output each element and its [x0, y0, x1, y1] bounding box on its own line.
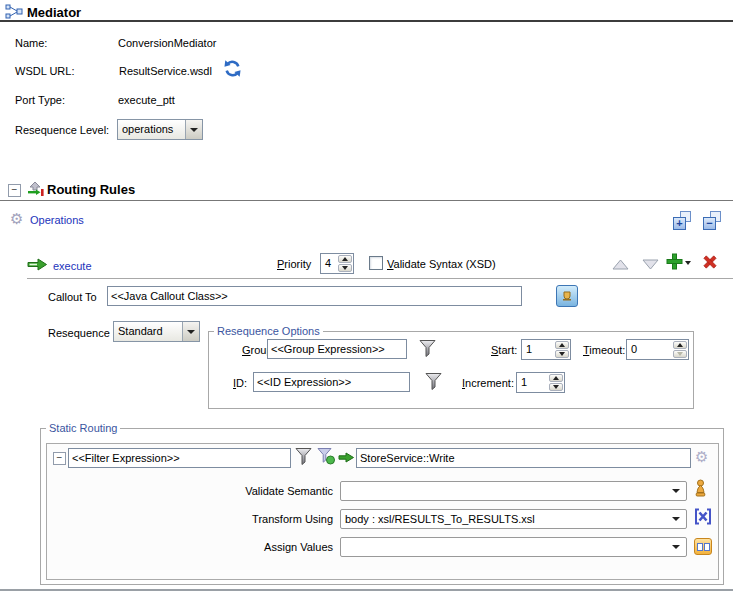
- id-filter-icon[interactable]: [425, 372, 442, 393]
- header-divider: [0, 20, 733, 22]
- priority-spinner[interactable]: 4: [320, 253, 354, 274]
- browse-java-class-button[interactable]: [556, 285, 578, 307]
- static-rule-collapse-box[interactable]: −: [53, 452, 66, 465]
- wsdl-url-label: WSDL URL:: [15, 65, 75, 77]
- priority-label: Priority: [277, 258, 311, 270]
- increment-spinner[interactable]: 1: [516, 372, 565, 393]
- spin-up-icon[interactable]: [338, 255, 352, 263]
- add-rule-caret-icon[interactable]: [685, 261, 691, 265]
- spin-down-icon[interactable]: [549, 383, 563, 391]
- rule-arrow-icon: [27, 258, 48, 273]
- assign-values-label: Assign Values: [200, 541, 333, 553]
- add-rule-icon[interactable]: [666, 253, 683, 272]
- chevron-down-icon: [672, 517, 680, 521]
- target-service-field[interactable]: StoreService::Write: [356, 448, 691, 468]
- window-bottom-edge: [0, 589, 733, 591]
- routing-rules-title: Routing Rules: [47, 182, 135, 197]
- routing-rules-divider: [0, 200, 733, 201]
- expand-all-button[interactable]: +: [673, 211, 691, 229]
- move-rule-up-icon[interactable]: [612, 259, 629, 272]
- callout-to-label: Callout To: [48, 291, 97, 303]
- port-type-label: Port Type:: [15, 94, 65, 106]
- validate-semantic-select[interactable]: [340, 481, 687, 501]
- spin-down-icon[interactable]: [555, 350, 569, 358]
- wsdl-url-value: ResultService.wsdl: [119, 65, 212, 77]
- java-cup-icon: [561, 290, 573, 302]
- routing-rules-icon: [26, 180, 45, 199]
- spin-up-icon[interactable]: [549, 374, 563, 382]
- start-spinner[interactable]: 1: [521, 339, 571, 360]
- timeout-spinner[interactable]: 0: [626, 339, 689, 360]
- delete-rule-icon[interactable]: [702, 254, 718, 272]
- spin-up-icon[interactable]: [673, 341, 687, 349]
- chevron-down-icon[interactable]: [185, 120, 202, 139]
- validate-syntax-checkbox[interactable]: [369, 256, 383, 270]
- filter-test-icon[interactable]: [317, 447, 336, 468]
- plus-icon: +: [673, 217, 686, 230]
- validate-syntax-label: Validate Syntax (XSD): [387, 258, 496, 270]
- rule-divider: [27, 278, 733, 279]
- routing-rules-collapse-box[interactable]: −: [8, 184, 21, 197]
- route-arrow-icon: [338, 452, 355, 465]
- assign-values-select[interactable]: [340, 537, 687, 557]
- operations-gear-icon: ⚙: [10, 210, 23, 228]
- validate-semantic-pawn-icon[interactable]: [694, 479, 707, 500]
- spin-up-icon[interactable]: [555, 341, 569, 349]
- assign-values-icon[interactable]: [694, 538, 712, 555]
- operations-link[interactable]: Operations: [30, 214, 84, 226]
- refresh-wsdl-icon[interactable]: [223, 59, 242, 80]
- chevron-down-icon: [672, 489, 680, 493]
- filter-icon[interactable]: [295, 447, 312, 468]
- page-title: Mediator: [27, 5, 81, 20]
- resequence-level-label: Resequence Level:: [15, 124, 109, 136]
- collapse-all-button[interactable]: −: [703, 211, 721, 229]
- chevron-down-icon[interactable]: [182, 322, 199, 341]
- validate-semantic-label: Validate Semantic: [200, 485, 333, 497]
- name-value: ConversionMediator: [118, 37, 216, 49]
- resequence-options-title: Resequence Options: [214, 325, 323, 337]
- mediator-editor: Mediator Name: ConversionMediator WSDL U…: [0, 0, 733, 592]
- target-gear-icon[interactable]: ⚙: [695, 448, 708, 466]
- group-expression-field[interactable]: <<Group Expression>>: [267, 339, 407, 359]
- port-type-value: execute_ptt: [118, 94, 175, 106]
- spin-down-icon[interactable]: [338, 264, 352, 272]
- id-label: ID:: [233, 377, 247, 389]
- callout-to-field[interactable]: <<Java Callout Class>>: [107, 286, 522, 306]
- timeout-label: Timeout:: [583, 344, 625, 356]
- transform-using-label: Transform Using: [200, 513, 333, 525]
- name-label: Name:: [15, 37, 47, 49]
- id-expression-field[interactable]: <<ID Expression>>: [253, 372, 410, 392]
- resequence-level-select[interactable]: operations: [117, 119, 203, 140]
- resequence-select[interactable]: Standard: [113, 321, 200, 342]
- transform-xsl-map-icon[interactable]: [694, 508, 712, 527]
- transform-using-select[interactable]: body : xsl/RESULTS_To_RESULTS.xsl: [340, 509, 687, 529]
- increment-label: Increment:: [462, 377, 514, 389]
- static-routing-title: Static Routing: [46, 422, 120, 434]
- move-rule-down-icon[interactable]: [642, 259, 659, 272]
- spin-down-icon[interactable]: [673, 350, 687, 358]
- minus-icon: −: [703, 217, 716, 230]
- group-filter-icon[interactable]: [419, 339, 436, 360]
- chevron-down-icon: [672, 545, 680, 549]
- resequence-label: Resequence: [48, 327, 110, 339]
- start-label: Start:: [491, 344, 517, 356]
- filter-expression-field[interactable]: <<Filter Expression>>: [68, 448, 291, 468]
- rule-name-link[interactable]: execute: [53, 260, 92, 272]
